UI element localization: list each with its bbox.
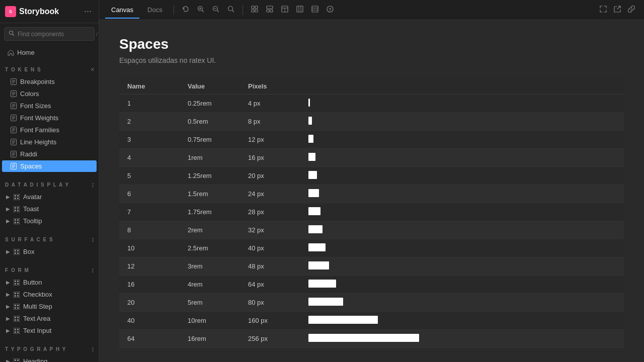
table-row: 3 0.75rem 12 px — [119, 131, 624, 149]
component-icon-heading — [13, 358, 20, 363]
section-typography-collapse[interactable]: ↕ — [91, 345, 95, 353]
cell-value: 2.5rem — [180, 239, 240, 257]
table-header-row: Name Value Pixels — [119, 78, 624, 95]
sidebar-item-avatar[interactable]: ▶ Avatar — [2, 191, 97, 203]
section-form-collapse[interactable]: ↕ — [91, 266, 95, 274]
svg-rect-73 — [17, 317, 19, 318]
content-area: Spaces Espaços utilizadas no ratex UI. N… — [99, 20, 644, 362]
fullscreen-button[interactable] — [597, 4, 610, 16]
home-label: Home — [17, 49, 35, 56]
sidebar-item-raddi[interactable]: Raddi — [2, 148, 97, 160]
space-bar — [308, 171, 317, 179]
cell-visual — [300, 257, 624, 276]
sidebar-item-breakpoints[interactable]: Breakpoints — [2, 76, 97, 87]
sidebar-item-font-sizes[interactable]: Font Sizes — [2, 100, 97, 112]
space-bar — [308, 243, 326, 251]
svg-rect-50 — [17, 222, 19, 223]
section-tokens-collapse[interactable]: × — [91, 65, 95, 73]
refresh-button[interactable] — [179, 4, 192, 16]
cell-visual — [300, 131, 624, 149]
cell-name: 16 — [119, 276, 180, 294]
section-typography-header: T Y P O G R A P H Y ↕ — [0, 343, 99, 355]
cell-value: 0.75rem — [180, 131, 240, 149]
svg-rect-71 — [14, 316, 20, 322]
sidebar-item-heading[interactable]: ▶ Heading — [2, 355, 97, 362]
zoom-in-button[interactable] — [194, 4, 207, 16]
svg-rect-75 — [17, 319, 19, 321]
group-expand-icon-checkbox: ▶ — [6, 292, 10, 297]
cell-pixels: 24 px — [240, 185, 300, 203]
doc-icon — [10, 78, 17, 85]
link-icon — [628, 6, 635, 14]
search-tool-button[interactable] — [224, 4, 237, 16]
help-button[interactable]: ? — [324, 4, 337, 16]
sidebar-item-toast[interactable]: ▶ Toast — [2, 203, 97, 215]
table-row: 10 2.5rem 40 px — [119, 239, 624, 257]
expand-button[interactable] — [308, 4, 321, 16]
topbar-divider2 — [243, 5, 243, 15]
col-header-pixels: Pixels — [240, 78, 300, 95]
section-data-display-collapse[interactable]: ↕ — [91, 180, 95, 189]
cell-value: 1.25rem — [180, 167, 240, 185]
tab-canvas[interactable]: Canvas — [105, 2, 139, 19]
columns-button[interactable] — [293, 4, 306, 16]
layout-button[interactable] — [263, 4, 276, 16]
cell-value: 2rem — [180, 221, 240, 239]
svg-rect-68 — [17, 305, 19, 306]
cell-pixels: 64 px — [240, 276, 300, 294]
home-icon — [7, 49, 14, 56]
sidebar-item-text-input[interactable]: ▶ Text Input — [2, 325, 97, 336]
component-icon-avatar — [13, 194, 20, 201]
cell-name: 10 — [119, 239, 180, 257]
svg-rect-110 — [297, 6, 303, 12]
svg-rect-66 — [14, 304, 20, 310]
tab-docs[interactable]: Docs — [141, 2, 169, 19]
zoom-out-button[interactable] — [209, 4, 222, 16]
sidebar-item-tooltip[interactable]: ▶ Tooltip — [2, 215, 97, 227]
cell-pixels: 20 px — [240, 167, 300, 185]
svg-rect-54 — [15, 252, 16, 254]
grid-button[interactable] — [248, 4, 261, 16]
space-bar — [308, 135, 313, 143]
space-bar — [308, 316, 378, 324]
search-box[interactable]: / — [4, 27, 95, 41]
table-button[interactable] — [278, 4, 291, 16]
cell-value: 1rem — [180, 149, 240, 167]
search-input[interactable] — [18, 31, 93, 38]
sidebar-item-font-weights[interactable]: Font Weights — [2, 112, 97, 124]
sidebar-item-colors[interactable]: Colors — [2, 88, 97, 100]
sidebar-item-checkbox[interactable]: ▶ Checkbox — [2, 289, 97, 300]
group-expand-icon-box: ▶ — [6, 249, 10, 254]
page-title: Spaces — [119, 36, 624, 52]
svg-rect-47 — [15, 219, 16, 221]
cell-value: 3rem — [180, 257, 240, 276]
sidebar-item-font-families[interactable]: Font Families — [2, 124, 97, 136]
section-surfaces-collapse[interactable]: ↕ — [91, 235, 95, 243]
cell-name: 64 — [119, 330, 180, 348]
sidebar-item-line-heights[interactable]: Line Heights — [2, 136, 97, 148]
cell-visual — [300, 276, 624, 294]
sidebar-item-home[interactable]: Home — [2, 46, 97, 59]
more-button[interactable]: ··· — [82, 5, 94, 18]
cell-value: 4rem — [180, 276, 240, 294]
breakpoints-label: Breakpoints — [20, 78, 55, 85]
svg-rect-79 — [15, 331, 16, 333]
cell-visual — [300, 149, 624, 167]
component-icon-text-area — [13, 315, 20, 322]
component-icon-button — [13, 279, 20, 286]
open-button[interactable] — [611, 4, 624, 16]
cell-value: 1.75rem — [180, 203, 240, 221]
cell-value: 5rem — [180, 294, 240, 312]
svg-rect-77 — [15, 329, 16, 330]
topbar-divider — [174, 5, 174, 15]
sidebar-item-text-area[interactable]: ▶ Text Area — [2, 313, 97, 324]
sidebar-item-box[interactable]: ▶ Box — [2, 246, 97, 257]
search-tool-icon — [227, 6, 234, 14]
sidebar-item-spaces[interactable]: Spaces — [2, 160, 97, 172]
link-button[interactable] — [625, 4, 638, 16]
sidebar-item-multi-step[interactable]: ▶ Multi Step — [2, 301, 97, 312]
cell-name: 20 — [119, 294, 180, 312]
svg-rect-36 — [14, 194, 20, 200]
sidebar-item-button[interactable]: ▶ Button — [2, 277, 97, 288]
topbar-right-actions — [597, 4, 638, 16]
